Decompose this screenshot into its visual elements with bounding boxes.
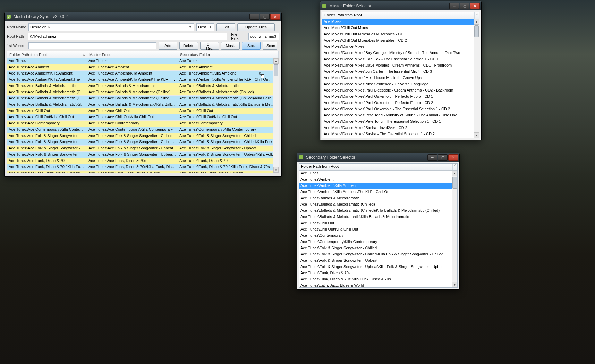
mast-button[interactable]: Mast. (221, 42, 240, 50)
list-item[interactable]: Ace Mixes\Dance Mixes\Me - House Music f… (322, 75, 479, 81)
table-row[interactable]: Ace Tunez\Ace AmbientAce Tunez\Ace Ambie… (7, 64, 279, 71)
master-col-header[interactable]: Folder Path from Root (322, 12, 474, 19)
scroll-thumb[interactable] (274, 64, 278, 76)
list-item[interactable]: Ace Mixes\Dance Mixes\Jon Carter - The E… (322, 69, 479, 75)
secondary-col-header[interactable]: Folder Path from Root (299, 164, 452, 170)
list-item[interactable]: Ace Mixes\Dance Mixes\Paul Oakenfold - P… (322, 100, 479, 106)
delete-button[interactable]: Delete (179, 42, 198, 50)
list-item[interactable]: Ace Mixes\Dance Mixes\Pete Tong - The Es… (322, 119, 479, 125)
scroll-down-icon[interactable]: ▼ (273, 167, 279, 173)
table-row[interactable]: Ace Tunez\Ace Ballads & Melodramatic (Ch… (7, 96, 279, 102)
add-button[interactable]: Add (159, 42, 177, 50)
list-item[interactable]: Ace Tunez (299, 171, 457, 177)
list-item[interactable]: Ace Tunez\Folk & Singer Songwriter - Chi… (299, 245, 457, 252)
table-row[interactable]: Ace Tunez\Ace Ambient\Killa AmbientAce T… (7, 71, 279, 77)
list-item[interactable]: Ace Tunez\Ballads & Melodramatic\Killa B… (299, 214, 457, 220)
scroll-up-icon[interactable]: ▲ (452, 171, 457, 176)
list-item[interactable]: Ace Tunez\Funk, Disco & 70s\Killa Funk, … (299, 277, 457, 283)
list-item[interactable]: Ace Mixes\Chill Out Mixes\Les Miserables… (322, 32, 479, 38)
scroll-down-icon[interactable]: ▼ (452, 282, 457, 287)
maximize-button[interactable]: ▢ (460, 3, 469, 9)
list-item[interactable]: Ace Tunez\Latin, Jazz, Blues & World (299, 283, 457, 287)
col-folder-path[interactable]: Folder Path from Root △ (7, 51, 87, 58)
root-path-input[interactable] (28, 33, 227, 40)
list-item[interactable]: Ace Mixes\Dance Mixes\Dave Morales - Cre… (322, 63, 479, 69)
list-item[interactable]: Ace Tunez\Chill Out (299, 220, 457, 227)
secondary-scrollbar[interactable]: ▲ ▼ (452, 171, 457, 287)
main-titlebar[interactable]: Media Library Sync - v2.0.3.2 ─ ▢ ✕ (5, 12, 281, 21)
sort-icon[interactable]: △ (474, 12, 479, 19)
list-item[interactable]: Ace Mixes\Chill Out Mixes (322, 25, 479, 32)
first-words-input[interactable] (28, 42, 156, 49)
list-item[interactable]: Ace Tunez\Ambient (299, 177, 457, 183)
root-name-combo[interactable]: Desire on K ▼ (28, 23, 194, 31)
table-row[interactable]: Ace Tunez\Ace Funk, Disco & 70sAce Tunez… (7, 158, 279, 164)
list-item[interactable]: Ace Mixes\Dance Mixes\Paul Bleesdale - C… (322, 88, 479, 94)
close-button[interactable]: ✕ (270, 14, 280, 20)
table-row[interactable]: Ace Tunez\Ace Ballads & Melodramatic (Ch… (7, 89, 279, 96)
list-item[interactable]: Ace Tunez\Chill Out\Killa Chill Out (299, 227, 457, 233)
table-row[interactable]: Ace Tunez\Ace Chill OutAce Tunez\Ace Chi… (7, 108, 279, 114)
list-item[interactable]: Ace Tunez\Ballads & Melodramatic (Chille… (299, 208, 457, 214)
sec-button[interactable]: Sec. (242, 42, 261, 50)
maximize-button[interactable]: ▢ (260, 14, 270, 20)
update-files-button[interactable]: Update Files (237, 23, 275, 31)
table-row[interactable]: Ace Tunez\Ace Latin, Jazz, Blues & World… (7, 171, 279, 173)
list-item[interactable]: Ace Tunez\Contemporary (299, 233, 457, 239)
list-item[interactable]: Ace Mixes\Dance Mixes\Paul Oakenfold - P… (322, 94, 479, 100)
col-secondary[interactable]: Secondary Folder (178, 51, 279, 58)
list-item[interactable]: Ace Tunez\Ambient\Killa Ambient (299, 183, 457, 189)
list-item[interactable]: Ace Mixes\Dance Mixes\Carl Cox - The Ess… (322, 57, 479, 63)
file-exts-input[interactable] (248, 33, 279, 40)
close-button[interactable]: ✕ (470, 3, 480, 9)
scroll-thumb[interactable] (474, 25, 479, 37)
maximize-button[interactable]: ▢ (438, 154, 448, 161)
scroll-thumb[interactable] (452, 177, 457, 189)
list-item[interactable]: Ace Tunez\Folk & Singer Songwriter - Upb… (299, 264, 457, 270)
table-row[interactable]: Ace TunezAce TunezAce Tunez (7, 58, 279, 64)
col-master[interactable]: Master Folder (87, 51, 178, 58)
list-item[interactable]: Ace Tunez\Ballads & Melodramatic (Chille… (299, 202, 457, 208)
list-item[interactable]: Ace Tunez\Contemporary\Killa Contemporar… (299, 239, 457, 245)
secondary-titlebar[interactable]: Secondary Folder Selector ─ ▢ ✕ (297, 153, 459, 162)
list-item[interactable]: Ace Mixes\Dance Mixes\Paul Oakenfold - T… (322, 106, 479, 113)
table-row[interactable]: Ace Tunez\Ace Ballads & Melodramatic\Kil… (7, 102, 279, 108)
master-titlebar[interactable]: Master Folder Selector ─ ▢ ✕ (320, 1, 481, 10)
list-item[interactable]: Ace Mixes\Dance Mixes\Nice Sentience - U… (322, 81, 479, 88)
minimize-button[interactable]: ─ (427, 154, 437, 161)
list-item[interactable]: Ace Mixes\Dance Mixes\Sasha - Invol2ver … (322, 125, 479, 131)
table-row[interactable]: Ace Tunez\Ace Contemporary\Killa Contemp… (7, 127, 279, 133)
list-item[interactable]: Ace Tunez\Ballads & Melodramatic (299, 196, 457, 202)
table-scrollbar[interactable]: ▲ ▼ (273, 58, 279, 173)
table-row[interactable]: Ace Tunez\Ace Funk, Disco & 70s\Killa Fu… (7, 164, 279, 171)
table-row[interactable]: Ace Tunez\Ace Ballads & MelodramaticAce … (7, 83, 279, 89)
table-row[interactable]: Ace Tunez\Ace Folk & Singer Songwriter -… (7, 146, 279, 152)
list-item[interactable]: Ace Tunez\Folk & Singer Songwriter - Chi… (299, 252, 457, 258)
table-row[interactable]: Ace Tunez\Ace Folk & Singer Songwriter -… (7, 152, 279, 158)
list-item[interactable]: Ace Mixes\Dance Mixes\Pete Tong - Minist… (322, 113, 479, 119)
table-row[interactable]: Ace Tunez\Ace Folk & Singer Songwriter -… (7, 139, 279, 146)
list-item[interactable]: Ace Tunez\Funk, Disco & 70s (299, 270, 457, 277)
list-item[interactable]: Ace Mixes (322, 19, 479, 25)
list-item[interactable]: Ace Mixes\Dance Mixes\Boy George - Minis… (322, 50, 479, 57)
scroll-up-icon[interactable]: ▲ (273, 58, 279, 64)
list-item[interactable]: Ace Tunez\Ambient\Killa Ambient\The KLF … (299, 189, 457, 196)
minimize-button[interactable]: ─ (249, 14, 259, 20)
master-scrollbar[interactable]: ▲ ▼ (474, 19, 479, 138)
ch-drv-button[interactable]: Ch. Drv. (200, 42, 219, 50)
table-row[interactable]: Ace Tunez\Ace Ambient\Killa Ambient\The … (7, 77, 279, 83)
dest-combo[interactable]: Dest. ▼ (196, 23, 214, 31)
list-item[interactable]: Ace Mixes\Dance Mixes\Sasha - The Essent… (322, 131, 479, 138)
table-row[interactable]: Ace Tunez\Ace ContemporaryAce Tunez\Ace … (7, 121, 279, 127)
sort-icon[interactable]: △ (452, 164, 457, 170)
minimize-button[interactable]: ─ (449, 3, 459, 9)
scroll-up-icon[interactable]: ▲ (474, 19, 479, 25)
table-row[interactable]: Ace Tunez\Ace Folk & Singer Songwriter -… (7, 133, 279, 139)
scroll-down-icon[interactable]: ▼ (474, 132, 479, 138)
scan-button[interactable]: Scan (263, 42, 277, 50)
list-item[interactable]: Ace Mixes\Chill Out Mixes\Les Miserables… (322, 38, 479, 44)
list-item[interactable]: Ace Tunez\Folk & Singer Songwriter - Upb… (299, 258, 457, 264)
list-item[interactable]: Ace Mixes\Dance Mixes (322, 44, 479, 50)
close-button[interactable]: ✕ (448, 154, 458, 161)
edit-button[interactable]: Edit (216, 23, 235, 31)
